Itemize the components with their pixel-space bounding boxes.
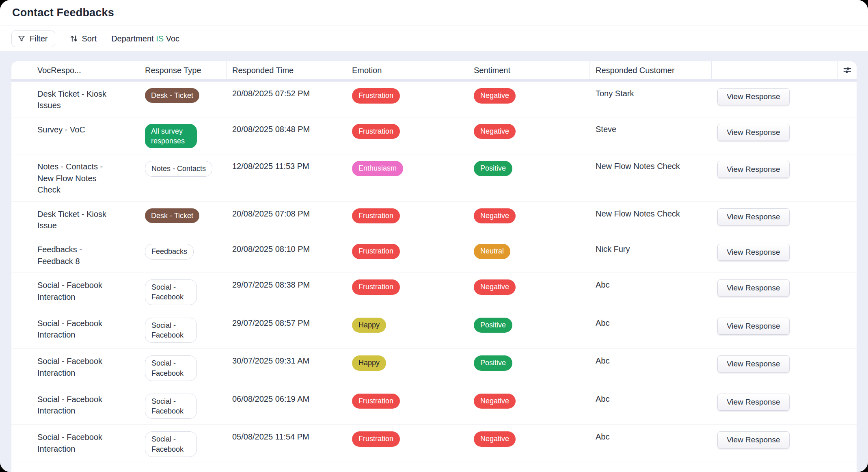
responded-customer-cell: Abc [590, 425, 712, 463]
view-response-button[interactable]: View Response [717, 279, 790, 297]
sentiment-badge: Negative [474, 124, 516, 139]
table-row: Social - Facebook Interaction Social - F… [11, 387, 857, 425]
sentiment-cell: Positive [468, 154, 590, 201]
responded-customer-cell: Steve [590, 117, 712, 154]
view-response-button[interactable]: View Response [717, 124, 790, 141]
view-response-button[interactable]: View Response [717, 431, 790, 448]
page-title: Contact Feedbacks [12, 6, 114, 19]
view-response-button[interactable]: View Response [717, 355, 790, 372]
voc-response-cell: Survey - VoC [11, 117, 139, 154]
voc-response-text: Social - Facebook Interaction [37, 394, 119, 417]
responded-time-cell: 20/08/2025 07:52 PM [227, 82, 346, 117]
filter-funnel-icon [17, 35, 26, 43]
view-response-button[interactable]: View Response [717, 208, 790, 225]
responded-time-text: 06/08/2025 06:19 AM [232, 394, 309, 404]
responded-customer-text: Abc [596, 279, 609, 290]
response-type-cell: Desk - Ticket [139, 82, 227, 117]
response-type-badge: All survey responses [145, 124, 197, 149]
voc-response-cell: Feedbacks - Feedback 8 [11, 237, 139, 273]
responded-time-text: 30/07/2025 09:31 AM [232, 355, 309, 366]
sentiment-cell: Positive [468, 349, 590, 387]
column-settings-cell[interactable] [838, 61, 857, 79]
emotion-cell: Frustration [346, 237, 468, 273]
sentiment-cell: Negative [468, 387, 590, 425]
emotion-cell: Frustration [346, 82, 468, 117]
responded-time-text: 29/07/2025 08:57 PM [232, 318, 310, 328]
table-background: VocRespo... Response Type Responded Time… [0, 51, 868, 472]
voc-response-cell: Social - Facebook Interaction [11, 349, 139, 387]
responded-time-cell: 20/08/2025 08:48 PM [227, 117, 346, 154]
responded-customer-cell: Abc [590, 349, 712, 387]
sentiment-badge: Negative [474, 88, 516, 104]
action-cell: View Response [712, 237, 838, 273]
response-type-badge: Social - Facebook [145, 394, 197, 419]
active-filter-chip[interactable]: Department IS Voc [111, 34, 179, 43]
table-row: Social - Facebook Interaction Social - F… [11, 349, 857, 387]
sentiment-badge: Positive [474, 318, 512, 333]
sentiment-badge: Negative [474, 394, 516, 409]
response-type-badge: Notes - Contacts [145, 161, 212, 176]
view-response-button[interactable]: View Response [717, 88, 790, 105]
sentiment-badge: Positive [474, 161, 512, 176]
table-row: Survey - VoC All survey responses 20/08/… [11, 117, 857, 155]
voc-response-text: Social - Facebook Interaction [37, 279, 119, 303]
sentiment-cell: Positive [468, 311, 590, 349]
responded-time-cell: 06/08/2025 06:19 AM [227, 387, 346, 425]
response-type-badge: Desk - Ticket [145, 88, 199, 103]
row-spacer-cell [838, 387, 857, 425]
view-response-button[interactable]: View Response [717, 161, 790, 178]
emotion-cell: Frustration [346, 202, 468, 237]
emotion-cell: Frustration [346, 387, 468, 425]
column-header-responded-time[interactable]: Responded Time [227, 61, 346, 79]
responded-customer-text: Steve [596, 124, 616, 134]
emotion-cell: Enthusiasm [346, 154, 468, 201]
voc-response-text: Social - Facebook Interaction [37, 355, 119, 379]
response-type-badge: Social - Facebook [145, 279, 197, 305]
sentiment-badge: Negative [474, 208, 516, 224]
column-header-response-type[interactable]: Response Type [139, 61, 227, 79]
action-cell: View Response [712, 311, 838, 349]
response-type-badge: Social - Facebook [145, 355, 197, 381]
column-settings-icon [842, 65, 852, 75]
responded-customer-cell: Tony Stark [590, 82, 712, 117]
responded-time-text: 20/08/2025 08:48 PM [232, 124, 310, 134]
column-header-responded-customer[interactable]: Responded Customer [590, 61, 712, 79]
sentiment-cell: Negative [468, 82, 590, 117]
sentiment-badge: Negative [474, 279, 516, 295]
table-row: Feedbacks - Feedback 8 Feedbacks 20/08/2… [11, 237, 857, 273]
responded-customer-cell: Abc [590, 387, 712, 425]
responded-customer-text: Abc [596, 318, 609, 328]
action-cell: View Response [712, 273, 838, 311]
view-response-button[interactable]: View Response [717, 394, 790, 411]
voc-response-cell: Social - Facebook Interaction [11, 425, 139, 463]
view-response-button[interactable]: View Response [717, 318, 790, 335]
action-cell: View Response [712, 202, 838, 237]
column-header-emotion[interactable]: Emotion [346, 61, 468, 79]
responded-time-text: 20/08/2025 07:52 PM [232, 88, 310, 99]
column-header-vocresponse[interactable]: VocRespo... [11, 61, 139, 79]
voc-response-text: Social - Facebook Interaction [37, 318, 119, 341]
emotion-badge: Enthusiasm [352, 161, 403, 176]
emotion-badge: Frustration [352, 208, 400, 224]
toolbar: Filter Sort Department IS Voc [0, 26, 868, 51]
table-row: Social - Facebook Interaction Social - F… [11, 273, 857, 311]
table-row: Social - Facebook Interaction Social - F… [11, 425, 857, 463]
responded-customer-text: Tony Stark [596, 88, 634, 99]
view-response-button[interactable]: View Response [717, 244, 790, 261]
column-header-sentiment[interactable]: Sentiment [468, 61, 590, 79]
responded-time-cell: 29/07/2025 08:38 PM [227, 273, 346, 311]
sentiment-cell: Negative [468, 425, 590, 463]
responded-time-cell: 20/08/2025 08:10 PM [227, 237, 346, 273]
filter-chip-operator: IS [156, 34, 164, 43]
row-spacer-cell [838, 202, 857, 237]
responded-time-cell: 12/08/2025 11:53 PM [227, 154, 346, 201]
voc-response-cell: Social - Facebook Interaction [11, 387, 139, 425]
response-type-badge: Social - Facebook [145, 431, 197, 457]
voc-response-text: Desk Ticket - Kiosk Issue [37, 208, 119, 232]
row-spacer-cell [838, 273, 857, 311]
sort-button[interactable]: Sort [70, 34, 97, 43]
filter-button[interactable]: Filter [11, 30, 55, 47]
voc-response-cell: Social - Facebook Interaction [11, 311, 139, 349]
responded-customer-text: New Flow Notes Check [596, 208, 680, 219]
emotion-badge: Frustration [352, 431, 400, 447]
